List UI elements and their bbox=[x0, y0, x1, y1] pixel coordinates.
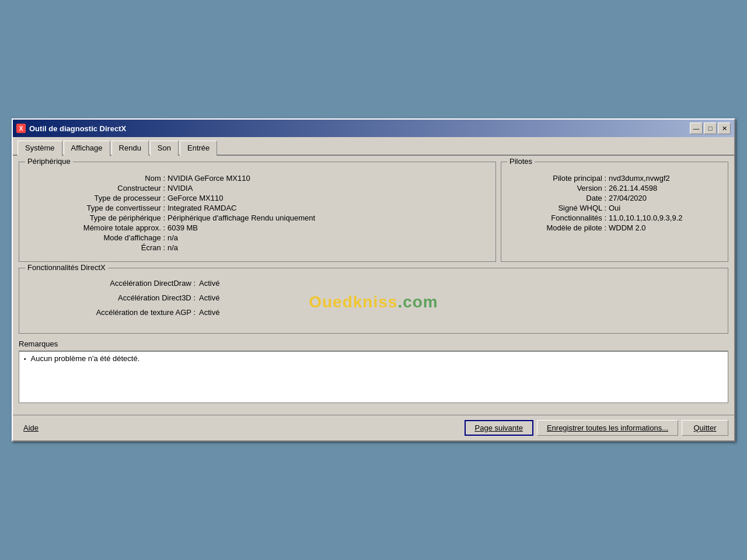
peripheral-nom-value: NVIDIA GeForce MX110 bbox=[167, 174, 250, 183]
peripheral-convertisseur: Type de convertisseur : Integrated RAMDA… bbox=[27, 204, 487, 212]
drivers-group: Pilotes Pilote principal : nvd3dumx,nvwg… bbox=[501, 162, 728, 262]
peripheral-type-value: Périphérique d'affichage Rendu uniquemen… bbox=[167, 214, 315, 222]
peripheral-type: Type de périphérique : Périphérique d'af… bbox=[27, 214, 487, 222]
peripheral-ecran: Écran : n/a bbox=[27, 243, 487, 252]
aide-button[interactable]: Aide bbox=[19, 421, 43, 435]
directx-draw-label: Accélération DirectDraw : bbox=[36, 279, 199, 288]
peripheral-nom-label: Nom : bbox=[27, 174, 167, 183]
drivers-whql: Signé WHQL : Oui bbox=[509, 204, 720, 212]
title-bar-left: X Outil de diagnostic DirectX bbox=[16, 124, 126, 133]
tab-entree[interactable]: Entrée bbox=[180, 141, 217, 156]
directx-3d-label: Accélération Direct3D : bbox=[36, 293, 199, 302]
tab-systeme[interactable]: Système bbox=[18, 141, 62, 156]
drivers-fonctionnalites: Fonctionnalités : 11.0,10.1,10.0,9.3,9.2 bbox=[509, 214, 720, 222]
drivers-title: Pilotes bbox=[507, 157, 535, 166]
peripheral-type-label: Type de périphérique : bbox=[27, 214, 167, 222]
drivers-date-label: Date : bbox=[509, 194, 609, 202]
directx-agp-label: Accélération de texture AGP : bbox=[36, 308, 199, 317]
top-panels: Périphérique Nom : NVIDIA GeForce MX110 … bbox=[19, 162, 728, 262]
directx-3d: Accélération Direct3D : Activé bbox=[36, 293, 711, 302]
directx-agp-value: Activé bbox=[199, 308, 219, 317]
peripheral-nom: Nom : NVIDIA GeForce MX110 bbox=[27, 174, 487, 183]
peripheral-convertisseur-value: Integrated RAMDAC bbox=[167, 204, 237, 212]
peripheral-processeur: Type de processeur : GeForce MX110 bbox=[27, 194, 487, 202]
tab-affichage[interactable]: Affichage bbox=[64, 141, 110, 156]
window-title: Outil de diagnostic DirectX bbox=[29, 124, 126, 133]
bullet-icon: • bbox=[24, 356, 26, 363]
enregistrer-button[interactable]: Enregistrer toutes les informations... bbox=[537, 420, 678, 436]
drivers-principal-value: nvd3dumx,nvwgf2 bbox=[609, 174, 670, 183]
peripheral-mode: Mode d'affichage : n/a bbox=[27, 233, 487, 242]
maximize-button[interactable]: □ bbox=[704, 123, 717, 134]
peripheral-memoire-value: 6039 MB bbox=[167, 223, 198, 232]
peripheral-processeur-value: GeForce MX110 bbox=[167, 194, 223, 202]
peripheral-mode-label: Mode d'affichage : bbox=[27, 233, 167, 242]
drivers-version-value: 26.21.14.4598 bbox=[609, 184, 657, 192]
drivers-modele-value: WDDM 2.0 bbox=[609, 223, 646, 232]
remarks-item: • Aucun problème n'a été détecté. bbox=[24, 354, 723, 363]
close-button[interactable]: ✕ bbox=[718, 123, 731, 134]
drivers-version: Version : 26.21.14.4598 bbox=[509, 184, 720, 192]
remarks-text: Aucun problème n'a été détecté. bbox=[31, 354, 140, 363]
peripheral-ecran-value: n/a bbox=[167, 243, 178, 252]
tab-rendu[interactable]: Rendu bbox=[111, 141, 149, 156]
directx-features: Accélération DirectDraw : Activé Accélér… bbox=[27, 274, 720, 325]
peripheral-constructeur-value: NVIDIA bbox=[167, 184, 193, 192]
peripheral-constructeur-label: Constructeur : bbox=[27, 184, 167, 192]
peripheral-convertisseur-label: Type de convertisseur : bbox=[27, 204, 167, 212]
peripheral-ecran-label: Écran : bbox=[27, 243, 167, 252]
quitter-button[interactable]: Quitter bbox=[682, 420, 728, 436]
peripheral-memoire-label: Mémoire totale approx. : bbox=[27, 223, 167, 232]
app-icon: X bbox=[16, 124, 26, 133]
minimize-button[interactable]: — bbox=[690, 123, 703, 134]
drivers-date: Date : 27/04/2020 bbox=[509, 194, 720, 202]
title-bar: X Outil de diagnostic DirectX — □ ✕ bbox=[13, 120, 734, 137]
drivers-modele: Modèle de pilote : WDDM 2.0 bbox=[509, 223, 720, 232]
directx-agp: Accélération de texture AGP : Activé bbox=[36, 308, 711, 317]
remarks-list: • Aucun problème n'a été détecté. bbox=[19, 351, 728, 403]
drivers-principal-label: Pilote principal : bbox=[509, 174, 609, 183]
directx-title: Fonctionnalités DirectX bbox=[25, 263, 108, 272]
bottom-bar: Aide Page suivante Enregistrer toutes le… bbox=[13, 415, 734, 440]
remarks-section: Remarques • Aucun problème n'a été détec… bbox=[19, 340, 728, 403]
peripheral-title: Périphérique bbox=[25, 157, 73, 166]
directx-group: Fonctionnalités DirectX Ouedkniss.com Ac… bbox=[19, 268, 728, 334]
drivers-modele-label: Modèle de pilote : bbox=[509, 223, 609, 232]
drivers-version-label: Version : bbox=[509, 184, 609, 192]
peripheral-memoire: Mémoire totale approx. : 6039 MB bbox=[27, 223, 487, 232]
bottom-buttons: Page suivante Enregistrer toutes les inf… bbox=[465, 420, 729, 436]
directx-draw: Accélération DirectDraw : Activé bbox=[36, 279, 711, 288]
drivers-fonctionnalites-value: 11.0,10.1,10.0,9.3,9.2 bbox=[609, 214, 683, 222]
peripheral-constructeur: Constructeur : NVIDIA bbox=[27, 184, 487, 192]
tab-son[interactable]: Son bbox=[150, 141, 179, 156]
directx-draw-value: Activé bbox=[199, 279, 219, 288]
remarks-label: Remarques bbox=[19, 340, 728, 348]
main-window: X Outil de diagnostic DirectX — □ ✕ Syst… bbox=[12, 118, 735, 442]
drivers-principal: Pilote principal : nvd3dumx,nvwgf2 bbox=[509, 174, 720, 183]
window-controls: — □ ✕ bbox=[690, 123, 731, 134]
directx-3d-value: Activé bbox=[199, 293, 219, 302]
peripheral-mode-value: n/a bbox=[167, 233, 178, 242]
drivers-fonctionnalites-label: Fonctionnalités : bbox=[509, 214, 609, 222]
peripheral-group: Périphérique Nom : NVIDIA GeForce MX110 … bbox=[19, 162, 496, 262]
page-suivante-button[interactable]: Page suivante bbox=[465, 420, 533, 436]
drivers-date-value: 27/04/2020 bbox=[609, 194, 647, 202]
main-content: Périphérique Nom : NVIDIA GeForce MX110 … bbox=[13, 156, 734, 415]
peripheral-processeur-label: Type de processeur : bbox=[27, 194, 167, 202]
drivers-whql-value: Oui bbox=[609, 204, 620, 212]
drivers-whql-label: Signé WHQL : bbox=[509, 204, 609, 212]
tabs-bar: Système Affichage Rendu Son Entrée bbox=[13, 137, 734, 156]
